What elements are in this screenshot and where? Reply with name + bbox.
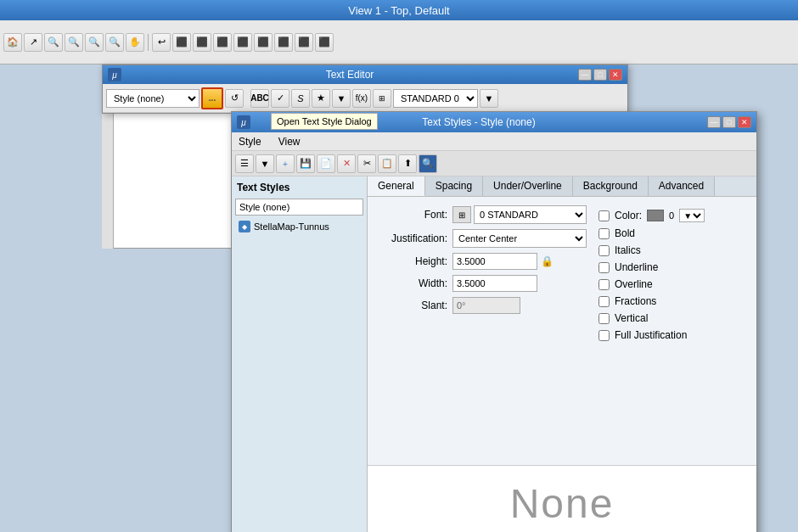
color-swatch[interactable] <box>647 210 664 221</box>
style-item-label: StellaMap-Tunnus <box>254 221 329 232</box>
text-editor-minimize[interactable]: — <box>578 69 592 81</box>
full-justification-checkbox[interactable] <box>598 330 610 341</box>
tab-background[interactable]: Background <box>573 176 649 196</box>
menu-item-view[interactable]: View <box>275 135 304 148</box>
standard-dropdown[interactable]: STANDARD 0 <box>393 89 478 108</box>
toolbar-btn-zoom4[interactable]: 🔍 <box>105 33 124 52</box>
te-btn-refresh[interactable]: ↺ <box>225 89 244 108</box>
textstyles-left-title: Text Styles <box>235 180 363 195</box>
toolbar-btn-arrow[interactable]: ↗ <box>24 33 42 52</box>
text-editor-app-icon: μ <box>108 68 121 81</box>
italics-checkbox[interactable] <box>598 245 610 256</box>
justification-select[interactable]: Center Center <box>452 229 587 248</box>
toolbar-btn-zoom3[interactable]: 🔍 <box>85 33 104 52</box>
form-area: Font: ⊞ 0 STANDARD Justification: <box>376 205 587 456</box>
toolbar-btn-pan[interactable]: ✋ <box>126 33 144 52</box>
underline-checkbox[interactable] <box>598 262 610 273</box>
vertical-checkbox[interactable] <box>598 313 610 324</box>
tab-spacing[interactable]: Spacing <box>425 176 483 196</box>
main-content: μ Text Editor — □ ✕ Style (none) ... ↺ A… <box>0 64 798 532</box>
te-btn-abc[interactable]: ABC <box>250 89 269 108</box>
font-label: Font: <box>376 209 452 221</box>
style-item-icon: ◆ <box>239 221 250 232</box>
toolbar-btn-action5[interactable]: ⬛ <box>233 33 252 52</box>
te-btn-s[interactable]: S <box>291 89 310 108</box>
textstyles-right-panel: General Spacing Under/Overline Backgroun… <box>368 176 756 532</box>
overline-label: Overline <box>615 278 653 290</box>
toolbar-btn-action1[interactable]: ↩ <box>152 33 171 52</box>
overline-row: Overline <box>598 278 745 290</box>
width-input[interactable] <box>452 275 537 292</box>
ruler-vertical <box>102 95 114 249</box>
te-btn-arrow-down[interactable]: ▼ <box>480 89 498 108</box>
toolbar-btn-action8[interactable]: ⬛ <box>295 33 313 52</box>
font-icon: ⊞ <box>452 206 471 223</box>
text-editor-controls: — □ ✕ <box>578 69 622 81</box>
toolbar-btn-action6[interactable]: ⬛ <box>254 33 273 52</box>
style-list-item[interactable]: ◆ StellaMap-Tunnus <box>235 219 363 234</box>
color-dropdown[interactable]: ▼ <box>679 209 705 222</box>
te-btn-check[interactable]: ✓ <box>271 89 289 108</box>
ts-btn-copy[interactable]: 📄 <box>317 154 335 173</box>
form-row-width: Width: <box>376 275 587 292</box>
te-btn-chevron[interactable]: ▼ <box>332 89 351 108</box>
te-btn-std[interactable]: ⊞ <box>373 89 391 108</box>
te-btn-fx[interactable]: f(x) <box>352 89 371 108</box>
underline-label: Underline <box>615 261 658 273</box>
preview-text: None <box>510 480 615 527</box>
ts-btn-search[interactable]: 🔍 <box>419 154 437 173</box>
toolbar-btn-zoom[interactable]: 🔍 <box>44 33 63 52</box>
toolbar-btn-action4[interactable]: ⬛ <box>213 33 232 52</box>
checkboxes-area: Color: 0 ▼ Bold <box>595 205 748 456</box>
text-editor-title: Text Editor <box>121 69 578 81</box>
slant-input[interactable] <box>452 297 520 314</box>
toolbar-btn-action2[interactable]: ⬛ <box>172 33 191 52</box>
fractions-label: Fractions <box>615 295 656 307</box>
preview-area: None <box>368 465 756 532</box>
open-text-style-btn[interactable]: ... <box>201 87 223 109</box>
color-checkbox[interactable] <box>598 210 610 221</box>
ts-btn-paste[interactable]: 📋 <box>378 154 396 173</box>
overline-checkbox[interactable] <box>598 279 610 290</box>
ts-btn-list[interactable]: ☰ <box>235 154 254 173</box>
textstyles-app-icon: μ <box>237 115 250 129</box>
tab-general[interactable]: General <box>368 176 425 196</box>
toolbar-sep-1 <box>148 34 149 51</box>
text-editor-toolbar: Style (none) ... ↺ ABC ✓ S ★ ▼ f(x) ⊞ ST… <box>103 84 627 113</box>
tab-advanced[interactable]: Advanced <box>649 176 715 196</box>
ts-btn-dropdown[interactable]: ▼ <box>256 154 274 173</box>
fractions-checkbox[interactable] <box>598 296 610 307</box>
text-editor-titlebar: μ Text Editor — □ ✕ <box>103 65 627 84</box>
color-row: Color: 0 ▼ <box>598 209 745 222</box>
bold-checkbox[interactable] <box>598 228 610 239</box>
te-btn-star[interactable]: ★ <box>312 89 330 108</box>
ts-btn-delete[interactable]: ✕ <box>337 154 356 173</box>
menu-item-style[interactable]: Style <box>235 135 265 148</box>
ts-btn-new[interactable]: + <box>276 154 295 173</box>
textstyles-maximize[interactable]: □ <box>722 116 736 128</box>
toolbar-btn-home[interactable]: 🏠 <box>3 33 22 52</box>
height-label: Height: <box>376 255 452 267</box>
textstyles-controls: — □ ✕ <box>707 116 751 128</box>
ts-btn-save[interactable]: 💾 <box>296 154 315 173</box>
style-name-input[interactable] <box>235 199 363 216</box>
toolbar-btn-zoom2[interactable]: 🔍 <box>65 33 83 52</box>
ts-btn-import[interactable]: ⬆ <box>398 154 417 173</box>
toolbar-btn-action3[interactable]: ⬛ <box>193 33 211 52</box>
color-label: Color: <box>615 210 642 221</box>
tab-under-overline[interactable]: Under/Overline <box>483 176 573 196</box>
tab-content-general: Font: ⊞ 0 STANDARD Justification: <box>368 197 756 465</box>
justification-label: Justification: <box>376 232 452 244</box>
style-dropdown[interactable]: Style (none) <box>106 89 200 108</box>
ts-btn-cut[interactable]: ✂ <box>357 154 376 173</box>
lock-icon: 🔒 <box>541 255 554 267</box>
font-select[interactable]: 0 STANDARD <box>474 205 587 224</box>
text-editor-close[interactable]: ✕ <box>609 69 622 81</box>
toolbar-btn-action9[interactable]: ⬛ <box>315 33 334 52</box>
height-input[interactable] <box>452 253 537 270</box>
textstyles-close[interactable]: ✕ <box>738 116 751 128</box>
text-editor-maximize[interactable]: □ <box>593 69 607 81</box>
toolbar-btn-action7[interactable]: ⬛ <box>274 33 293 52</box>
textstyles-minimize[interactable]: — <box>707 116 721 128</box>
form-row-height: Height: 🔒 <box>376 253 587 270</box>
